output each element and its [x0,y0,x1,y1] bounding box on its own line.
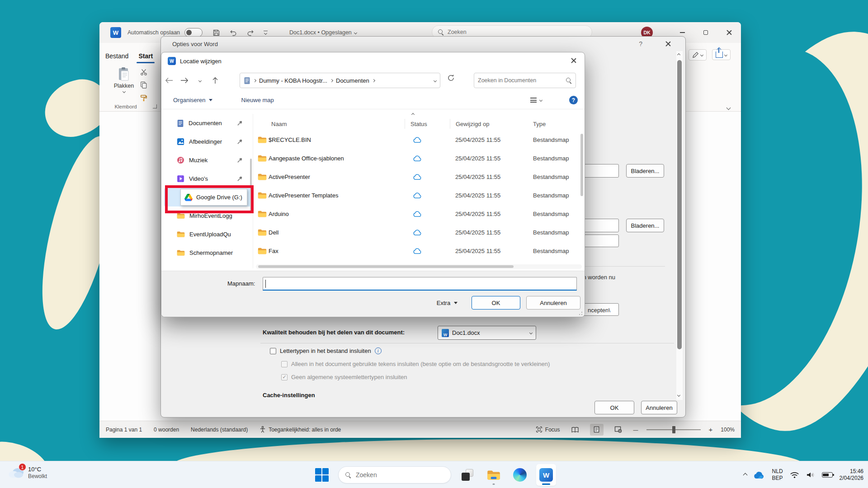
close-icon[interactable] [571,58,576,63]
forward-button[interactable] [177,77,192,84]
format-painter-icon[interactable] [140,94,147,102]
refresh-icon[interactable] [447,74,455,82]
dialog-cancel-button[interactable]: Annuleren [526,296,580,310]
onedrive-icon[interactable] [754,471,765,479]
up-button[interactable] [208,77,223,84]
dialog-search-box[interactable] [474,73,576,88]
web-layout-button[interactable] [612,424,625,436]
breadcrumb[interactable]: Dummy - KOBA Hoogstr... Documenten [240,73,440,88]
accessibility-status[interactable]: Toegankelijkheid: alles in orde [259,426,341,433]
organize-button[interactable]: Organiseren [167,97,219,103]
cut-icon[interactable] [140,69,147,75]
start-button[interactable] [312,464,332,486]
copy-icon[interactable] [140,81,147,89]
volume-icon[interactable] [806,471,815,479]
file-row[interactable]: $RECYCLE.BIN 25/04/2025 11:55 Bestandsma… [256,131,582,149]
column-naam[interactable]: Naam [269,121,405,127]
undo-icon[interactable] [229,29,237,36]
address-dropdown-icon[interactable] [434,79,437,82]
save-icon[interactable] [212,29,220,37]
focus-mode-button[interactable]: Focus [536,426,560,433]
file-row[interactable]: Fax 25/04/2025 11:55 Bestandsmap [256,242,582,260]
sort-ascending-icon[interactable] [411,113,415,116]
file-row[interactable]: ActivePresenter Templates 25/04/2025 11:… [256,186,582,205]
maximize-button[interactable] [694,22,717,43]
breadcrumb-item[interactable]: Dummy - KOBA Hoogstr... [259,77,327,84]
folder-name-input[interactable] [263,277,577,291]
dialog-launcher-icon[interactable] [153,104,157,108]
file-row[interactable]: Aangepaste Office-sjablonen 25/04/2025 1… [256,149,582,168]
checkbox-embed-fonts[interactable]: Lettertypen in het bestand insluiten i [270,347,382,354]
clock[interactable]: 15:46 2/04/2026 [840,468,863,482]
resize-grip[interactable] [577,310,582,315]
scrollbar-thumb[interactable] [677,60,682,349]
list-vertical-scrollbar[interactable] [580,134,584,265]
browse-button-1[interactable]: Bladeren... [626,164,664,178]
language-indicator[interactable]: NLD BEP [772,468,783,482]
file-row[interactable]: Dell 25/04/2025 11:55 Bestandsmap [256,223,582,242]
file-row[interactable]: ActivePresenter 25/04/2025 11:55 Bestand… [256,168,582,186]
column-gewijzigd-op[interactable]: Gewijzigd op [450,119,528,129]
taskbar-search-box[interactable] [338,466,451,483]
scrollbar-thumb[interactable] [580,134,583,196]
list-horizontal-scrollbar[interactable] [256,264,582,269]
tab-start[interactable]: Start [138,52,153,60]
zoom-slider[interactable] [646,429,701,430]
zoom-out-button[interactable]: — [633,427,638,432]
taskbar-weather-widget[interactable]: 1 10°C Bewolkt [7,465,47,480]
browse-button-2[interactable]: Bladeren... [626,219,664,232]
paste-button[interactable]: Plakken [113,67,135,104]
back-button[interactable] [161,77,177,84]
dialog-search-input[interactable] [478,77,566,84]
tray-expand-icon[interactable] [743,473,747,477]
task-view-button[interactable] [458,464,477,486]
sidebar-item-schermopnamen[interactable]: Schermopnamer [164,244,251,262]
breadcrumb-item[interactable]: Documenten [336,77,369,84]
word-button[interactable]: W [536,464,556,486]
customize-qat-icon[interactable] [264,31,268,34]
info-icon[interactable]: i [375,347,382,354]
column-status[interactable]: Status [405,119,450,129]
help-icon[interactable]: ? [639,40,642,47]
new-folder-button[interactable]: Nieuwe map [235,97,280,103]
page-count[interactable]: Pagina 1 van 1 [106,427,142,433]
edge-button[interactable] [510,464,530,486]
sidebar-item-documenten[interactable]: Documenten [164,114,251,132]
dialog-ok-button[interactable]: OK [472,296,520,310]
autosave-toggle[interactable] [184,28,203,37]
view-mode-button[interactable] [524,98,548,103]
recent-locations-icon[interactable] [192,80,208,82]
extra-button[interactable]: Extra [432,296,462,310]
file-row[interactable]: Arduino 25/04/2025 11:55 Bestandsmap [256,205,582,223]
redo-icon[interactable] [246,29,255,36]
share-button[interactable] [712,49,731,60]
close-button[interactable] [717,22,741,43]
scroll-down-icon[interactable] [677,394,680,397]
wifi-icon[interactable] [790,471,799,479]
options-scrollbar[interactable] [676,51,683,400]
sidebar-item-muziek[interactable]: Muziek [164,151,251,169]
taskbar-search-input[interactable] [356,471,451,479]
word-count[interactable]: 0 woorden [154,427,179,433]
language-status[interactable]: Nederlands (standaard) [191,427,248,433]
sidebar-item-eventuploadqu[interactable]: EventUploadQu [164,225,251,244]
print-layout-button[interactable] [590,424,604,436]
tab-bestand[interactable]: Bestand [105,52,128,60]
close-icon[interactable] [665,41,671,47]
checkbox-icon[interactable] [270,348,276,354]
file-explorer-button[interactable] [484,464,504,486]
sidebar-item-afbeeldingen[interactable]: Afbeeldinger [164,132,251,151]
zoom-slider-thumb[interactable] [672,426,675,433]
draw-button[interactable] [689,49,707,61]
quality-select[interactable]: W Doc1.docx [438,326,536,340]
word-search-input[interactable] [448,29,574,35]
help-icon[interactable]: ? [569,96,578,104]
zoom-level[interactable]: 100% [721,427,735,433]
read-mode-button[interactable] [568,424,582,436]
scroll-up-icon[interactable] [677,53,680,56]
scrollbar-thumb[interactable] [258,265,514,268]
options-cancel-button[interactable]: Annuleren [641,401,677,414]
battery-icon[interactable] [822,472,833,478]
column-type[interactable]: Type [528,121,582,127]
zoom-in-button[interactable]: + [709,426,713,433]
